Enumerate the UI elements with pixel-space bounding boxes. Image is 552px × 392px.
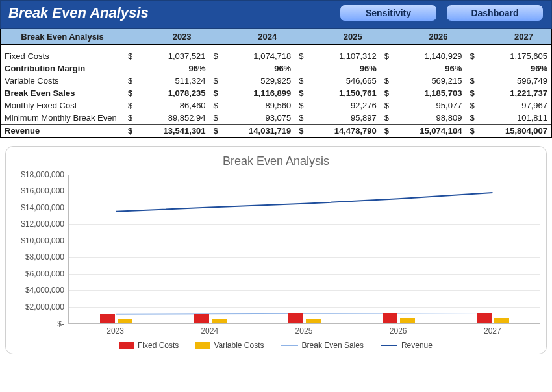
- currency-symbol: $: [466, 124, 478, 137]
- table-row: Break Even Sales$1,078,235$1,116,899$1,1…: [1, 87, 551, 99]
- y-tick: $6,000,000: [25, 269, 64, 278]
- legend-swatch-fixed: [119, 342, 134, 349]
- currency-symbol: $: [210, 87, 222, 99]
- currency-symbol: $: [381, 112, 393, 125]
- header-bar: Break Even Analysis Sensitivity Dashboar…: [0, 0, 552, 29]
- col-year-4: 2027: [466, 29, 551, 45]
- cell-value: 96%: [479, 62, 551, 75]
- currency-symbol: $: [124, 112, 136, 125]
- cell-value: 569,215: [393, 75, 466, 87]
- cell-value: 1,037,521: [136, 50, 209, 62]
- currency-symbol: $: [381, 99, 393, 112]
- currency-symbol: [295, 62, 307, 75]
- cell-value: 96%: [136, 62, 209, 75]
- legend-swatch-rev: [381, 345, 397, 346]
- row-label: Monthly Fixed Cost: [1, 99, 124, 112]
- currency-symbol: [381, 62, 393, 75]
- y-tick: $2,000,000: [25, 302, 64, 312]
- legend-swatch-bes: [281, 345, 298, 346]
- col-year-1: 2024: [210, 29, 295, 45]
- currency-symbol: $: [295, 50, 307, 62]
- break-even-table-wrap: Break Even Analysis 2023 2024 2025 2026 …: [0, 29, 552, 138]
- cell-value: 89,852.94: [136, 112, 209, 125]
- bar-fixed-costs: [477, 313, 492, 323]
- currency-symbol: $: [466, 87, 478, 99]
- y-tick: $14,000,000: [21, 203, 64, 212]
- currency-symbol: $: [210, 124, 222, 137]
- cell-value: 86,460: [136, 99, 209, 112]
- currency-symbol: $: [381, 75, 393, 87]
- cell-value: 1,074,718: [222, 50, 295, 62]
- chart-plot: $-$2,000,000$4,000,000$6,000,000$8,000,0…: [12, 175, 540, 324]
- page-title: Break Even Analysis: [8, 5, 149, 21]
- cell-value: 1,185,703: [393, 87, 466, 99]
- y-tick: $12,000,000: [21, 219, 64, 228]
- currency-symbol: $: [295, 112, 307, 125]
- x-tick: 2023: [68, 324, 162, 336]
- table-row: Minimum Monthly Break Even$89,852.94$93,…: [1, 112, 551, 125]
- cell-value: 96%: [307, 62, 380, 75]
- y-tick: $16,000,000: [21, 186, 64, 195]
- bar-variable-costs: [306, 319, 321, 323]
- currency-symbol: $: [466, 99, 478, 112]
- cell-value: 96%: [393, 62, 466, 75]
- currency-symbol: $: [124, 99, 136, 112]
- currency-symbol: $: [381, 124, 393, 137]
- cell-value: 1,150,761: [307, 87, 380, 99]
- bar-variable-costs: [118, 319, 132, 323]
- x-tick: 2027: [445, 324, 540, 336]
- cell-value: 89,560: [222, 99, 295, 112]
- cell-value: 1,221,737: [479, 87, 551, 99]
- table-header-row: Break Even Analysis 2023 2024 2025 2026 …: [1, 29, 551, 45]
- currency-symbol: $: [210, 50, 222, 62]
- x-tick: 2024: [162, 324, 257, 336]
- bar-fixed-costs: [383, 313, 397, 323]
- cell-value: 97,967: [479, 99, 551, 112]
- sensitivity-button[interactable]: Sensitivity: [340, 5, 437, 21]
- dashboard-button[interactable]: Dashboard: [446, 5, 544, 21]
- legend-variable-costs: Variable Costs: [195, 341, 264, 350]
- currency-symbol: $: [295, 124, 307, 137]
- cell-value: 1,116,899: [222, 87, 295, 99]
- currency-symbol: $: [295, 87, 307, 99]
- currency-symbol: $: [124, 124, 136, 137]
- cell-value: 1,078,235: [136, 87, 209, 99]
- cell-value: 95,897: [307, 112, 380, 125]
- cell-value: 15,074,104: [393, 124, 466, 137]
- chart-plot-area: [68, 175, 540, 324]
- currency-symbol: $: [124, 75, 136, 87]
- cell-value: 1,107,312: [307, 50, 380, 62]
- col-year-0: 2023: [124, 29, 210, 45]
- table-header-label: Break Even Analysis: [1, 29, 124, 45]
- cell-value: 96%: [222, 62, 295, 75]
- cell-value: 596,749: [479, 75, 551, 87]
- currency-symbol: $: [124, 50, 136, 62]
- currency-symbol: $: [295, 99, 307, 112]
- cell-value: 1,175,605: [479, 50, 551, 62]
- line-revenue: [116, 192, 493, 211]
- cell-value: 93,075: [222, 112, 295, 125]
- cell-value: 546,665: [307, 75, 380, 87]
- currency-symbol: $: [210, 112, 222, 125]
- chart-legend: Fixed Costs Variable Costs Break Even Sa…: [12, 341, 540, 350]
- currency-symbol: $: [466, 112, 478, 125]
- currency-symbol: [124, 62, 136, 75]
- row-label: Contribution Margin: [1, 62, 124, 75]
- cell-value: 101,811: [479, 112, 551, 125]
- row-label: Fixed Costs: [1, 50, 124, 62]
- bar-fixed-costs: [288, 313, 303, 323]
- currency-symbol: $: [124, 87, 136, 99]
- currency-symbol: $: [381, 87, 393, 99]
- bar-variable-costs: [212, 319, 227, 323]
- chart-title: Break Even Analysis: [12, 154, 540, 168]
- table-row: Revenue$13,541,301$14,031,719$14,478,790…: [1, 124, 551, 137]
- currency-symbol: [210, 62, 222, 75]
- cell-value: 15,804,007: [479, 124, 551, 137]
- chart-y-axis: $-$2,000,000$4,000,000$6,000,000$8,000,0…: [12, 175, 68, 324]
- bar-fixed-costs: [194, 314, 209, 323]
- currency-symbol: $: [210, 99, 222, 112]
- table-row: Contribution Margin96%96%96%96%96%: [1, 62, 551, 75]
- table-row: Fixed Costs$1,037,521$1,074,718$1,107,31…: [1, 50, 551, 62]
- chart-x-axis: 20232024202520262027: [68, 324, 540, 336]
- x-tick: 2025: [257, 324, 351, 336]
